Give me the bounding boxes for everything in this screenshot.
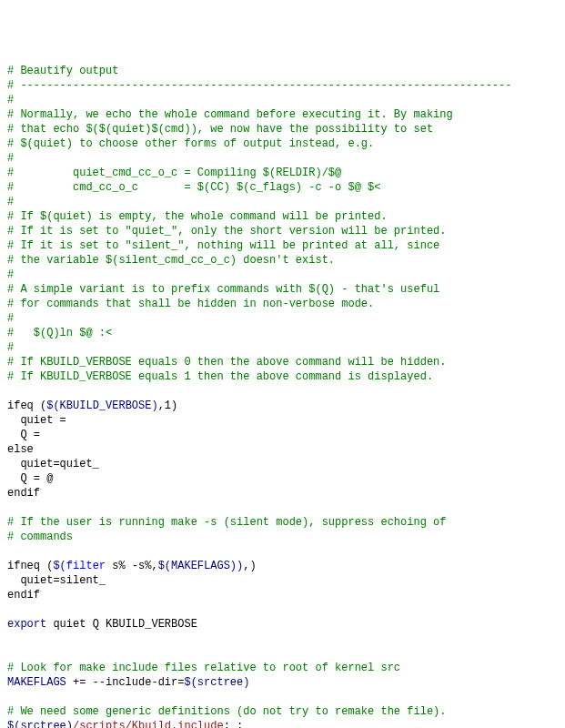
filter-args: s% -s%, <box>106 560 158 572</box>
assign-quiet-quiet: quiet=quiet_ <box>7 458 99 470</box>
comment-line: # the variable $(silent_cmd_cc_o_c) does… <box>7 254 335 267</box>
comment-line: # $(Q)ln $@ :< <box>7 327 112 339</box>
comment-line: # commands <box>7 531 73 543</box>
fn-filter: filter <box>66 560 106 572</box>
comment-line: # <box>7 152 14 165</box>
var-makeflags-lhs: MAKEFLAGS <box>7 676 66 689</box>
comment-line: # If it is set to "quiet_", only the sho… <box>7 225 446 238</box>
var-makeflags: $(MAKEFLAGS) <box>158 560 237 572</box>
comment-line: # Look for make include files relative t… <box>7 662 400 674</box>
ifeq-tail: ,1) <box>158 399 178 412</box>
comment-line: # <box>7 94 14 106</box>
comment-line: # quiet_cmd_cc_o_c = Compiling $(RELDIR)… <box>7 167 341 179</box>
comment-line: # Normally, we echo the whole command be… <box>7 108 453 121</box>
comment-line: # If KBUILD_VERBOSE equals 1 then the ab… <box>7 370 433 383</box>
var-kbuild-verbose: $(KBUILD_VERBOSE) <box>46 399 157 412</box>
ifneq-keyword: ifneq ( <box>7 560 53 572</box>
comment-line: # <box>7 341 14 354</box>
comment-line: # Beautify output <box>7 65 118 77</box>
rule-path: /scripts/Kbuild.include <box>73 720 224 728</box>
comment-line: # A simple variant is to prefix commands… <box>7 283 439 296</box>
var-srctree: $(srctree) <box>7 720 73 728</box>
comment-line: # that echo $($(quiet)$(cmd)), we now ha… <box>7 123 433 136</box>
assign-quiet: quiet = <box>7 414 66 427</box>
assign-quiet-silent: quiet=silent_ <box>7 574 106 587</box>
comment-line: # We need some generic definitions (do n… <box>7 705 446 718</box>
comment-line: # <box>7 268 14 281</box>
comment-line: # cmd_cc_o_c = $(CC) $(c_flags) -c -o $@… <box>7 181 380 194</box>
ifeq-keyword: ifeq ( <box>7 399 46 412</box>
ifneq-tail: ,) <box>243 560 256 572</box>
comment-line: # <box>7 312 14 325</box>
endif-keyword: endif <box>7 589 40 602</box>
export-vars: quiet Q KBUILD_VERBOSE <box>46 618 197 631</box>
comment-line: # $(quiet) to choose other forms of outp… <box>7 137 374 150</box>
makeflags-op: += --include-dir= <box>66 676 185 689</box>
comment-line: # If KBUILD_VERBOSE equals 0 then the ab… <box>7 356 446 369</box>
rule-tail: : ; <box>224 720 244 728</box>
else-keyword: else <box>7 443 34 456</box>
comment-line: # for commands that shall be hidden in n… <box>7 298 374 310</box>
export-keyword: export <box>7 618 46 631</box>
comment-line: # <box>7 196 14 208</box>
comment-line: # If the user is running make -s (silent… <box>7 516 446 529</box>
comment-line: # If it is set to "silent_", nothing wil… <box>7 239 439 252</box>
expr-open: $( <box>53 560 66 572</box>
comment-line: # If $(quiet) is empty, the whole comman… <box>7 210 388 223</box>
endif-keyword: endif <box>7 487 40 500</box>
code-block: # Beautify output # --------------------… <box>7 64 558 728</box>
assign-Q: Q = <box>7 429 40 441</box>
comment-line: # --------------------------------------… <box>7 79 512 92</box>
var-srctree: $(srctree) <box>184 676 249 689</box>
assign-Q-at: Q = @ <box>7 472 53 485</box>
